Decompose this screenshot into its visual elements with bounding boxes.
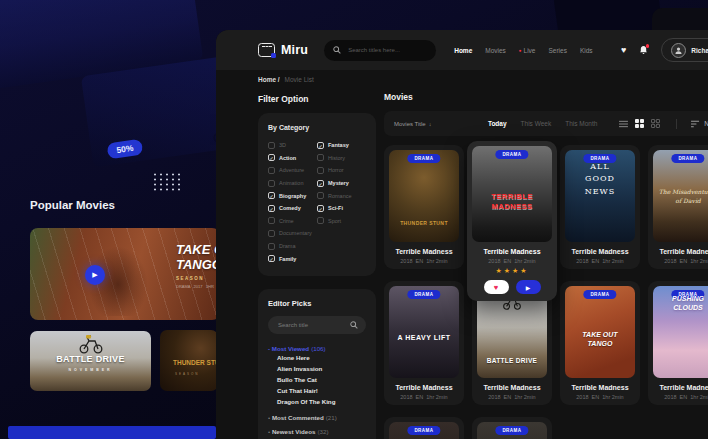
grid-alt-view-icon[interactable]	[651, 119, 660, 128]
thunder-stunt-card[interactable]: THUNDER STUNT SEASON	[160, 330, 218, 391]
period-tab-this-week[interactable]: This Week	[521, 120, 552, 127]
breadcrumb: Home / Movie List	[258, 76, 314, 83]
nav-item-live[interactable]: Live	[519, 47, 536, 54]
category-history[interactable]: History	[317, 152, 366, 165]
movie-card[interactable]: DRAMAA HEAVY LIFTTerrible Madness2018 EN…	[384, 281, 464, 405]
movie-card[interactable]: DRAMAPUSHINGCLOUDSTerrible Madness2018 E…	[648, 281, 708, 405]
dots-decoration	[152, 172, 184, 192]
category-documentary[interactable]: Documentary	[268, 227, 317, 240]
notifications-bell-icon[interactable]	[639, 45, 648, 55]
editor-search-input[interactable]	[276, 321, 350, 329]
movie-card[interactable]: DRAMATAKE OUTTANGOTerrible Madness2018 E…	[560, 281, 640, 405]
checkbox-icon: ✓	[268, 192, 275, 199]
checkbox-icon: ✓	[317, 180, 324, 187]
favorites-heart-icon[interactable]: ♥	[621, 45, 626, 55]
search-input[interactable]	[346, 46, 427, 54]
editor-pick-movie[interactable]: Bullo The Cat	[277, 374, 366, 385]
poster-title: TERRIBLEMADNESS	[472, 192, 552, 212]
movie-card[interactable]: DRAMAThe Misadventuresof DavidTerrible M…	[648, 145, 708, 269]
category-drama[interactable]: Drama	[268, 240, 317, 253]
category-label: Drama	[279, 243, 296, 249]
bottom-blue-strip	[8, 426, 216, 439]
editor-pick-movie[interactable]: Cut That Hair!	[277, 385, 366, 396]
category-label: Animation	[279, 180, 303, 186]
category-3d[interactable]: 3D	[268, 139, 317, 152]
category-romance[interactable]: Romance	[317, 189, 366, 202]
nav-item-kids[interactable]: Kids	[580, 47, 593, 54]
editor-picks-search[interactable]	[268, 316, 366, 334]
navbar-search[interactable]	[324, 40, 436, 61]
category-crime[interactable]: Crime	[268, 215, 317, 228]
banner-text: TAKE OUT TANGO SEASON DRAMA 2017 1HR	[176, 243, 220, 289]
star-rating: ★★★★	[472, 267, 552, 275]
poster-title: PUSHINGCLOUDS	[653, 294, 708, 313]
nav-item-home[interactable]: Home	[454, 47, 472, 54]
movie-card[interactable]: DRAMATHUNDER STUNTTerrible Madness2018 E…	[384, 145, 464, 269]
banner-season: SEASON	[176, 276, 220, 281]
movie-meta: 2018 EN 1hr 2min	[565, 394, 635, 400]
category-animation[interactable]: Animation	[268, 177, 317, 190]
poster-title-line: TERRIBLE	[472, 192, 552, 202]
movie-poster: DRAMATERRIBLEMADNESS	[472, 146, 552, 242]
play-button[interactable]: ▶	[85, 265, 105, 285]
banner-title-line2: TANGO	[176, 258, 220, 273]
favorite-button[interactable]: ♥	[484, 280, 509, 294]
period-tab-today[interactable]: Today	[488, 120, 507, 127]
list-view-icon[interactable]	[619, 120, 628, 128]
pick-count: (106)	[311, 345, 325, 352]
editor-picks-panel: Editor Picks Most Viewed(106)Alone HereA…	[258, 289, 376, 439]
movie-poster: DRAMAThe Misadventuresof David	[653, 150, 708, 242]
genre-badge: DRAMA	[495, 426, 528, 435]
category-sci-fi[interactable]: ✓Sci-Fi	[317, 202, 366, 215]
category-horror[interactable]: Horror	[317, 164, 366, 177]
brand[interactable]: Miru	[258, 43, 308, 57]
editor-picks-title: Editor Picks	[268, 299, 366, 308]
editor-pick-movie[interactable]: Alone Here	[277, 352, 366, 363]
editor-pick-newest-videos[interactable]: Newest Videos(32)	[268, 428, 366, 435]
play-button[interactable]: ▶	[516, 280, 541, 294]
editor-pick-movie[interactable]: Dragon Of The King	[277, 396, 366, 407]
sort-by-title[interactable]: Movies Title	[394, 121, 426, 127]
battle-drive-card[interactable]: BATTLE DRIVE NOVEMBER	[30, 331, 151, 391]
editor-pick-most-commented[interactable]: Most Commented(21)	[268, 414, 366, 421]
genre-badge: DRAMA	[407, 426, 440, 435]
checkbox-icon	[268, 180, 275, 187]
movie-meta: 2018 EN 1hr 2min	[653, 258, 708, 264]
grid-view-icon[interactable]	[635, 119, 644, 128]
user-menu[interactable]: Richard Khan	[661, 38, 708, 62]
editor-pick-most-viewed[interactable]: Most Viewed(106)	[268, 345, 366, 352]
breadcrumb-home[interactable]: Home /	[258, 76, 280, 83]
nav-item-series[interactable]: Series	[549, 47, 567, 54]
category-comedy[interactable]: ✓Comedy	[268, 202, 317, 215]
discount-badge: 50%	[106, 139, 143, 160]
card-actions: ♥▶	[472, 280, 552, 296]
poster-title-line: The Misadventures	[653, 187, 708, 196]
movie-poster: DRAMATAKE OUTTANGO	[565, 286, 635, 378]
movie-card[interactable]: DRAMA	[472, 417, 552, 439]
genre-badge: DRAMA	[671, 154, 704, 163]
category-mystery[interactable]: ✓Mystery	[317, 177, 366, 190]
movie-title: Terrible Madness	[653, 248, 708, 255]
movie-card-cell: DRAMAALLGOODNEWSTerrible Madness2018 EN …	[560, 145, 640, 269]
category-fantasy[interactable]: ✓Fantasy	[317, 139, 366, 152]
movie-card[interactable]: DRAMA	[384, 417, 464, 439]
category-label: Documentary	[279, 230, 312, 236]
newest-sort[interactable]: Newest	[691, 120, 708, 128]
category-label: Sport	[328, 218, 341, 224]
user-name: Richard Khan	[691, 47, 708, 54]
featured-banner-card[interactable]: ▶ TAKE OUT TANGO SEASON DRAMA 2017 1HR	[30, 228, 220, 320]
category-action[interactable]: ✓Action	[268, 152, 317, 165]
category-sport[interactable]: Sport	[317, 215, 366, 228]
editor-pick-movie[interactable]: Alien Invassion	[277, 363, 366, 374]
category-family[interactable]: ✓Family	[268, 252, 317, 265]
category-adventure[interactable]: Adventure	[268, 164, 317, 177]
movie-card-hovered[interactable]: DRAMATERRIBLEMADNESSTerrible Madness2018…	[467, 141, 557, 301]
category-label: History	[328, 155, 345, 161]
category-label: Sci-Fi	[328, 205, 343, 211]
movie-meta: 2018 EN 1hr 2min	[653, 394, 708, 400]
toolbar-divider	[676, 119, 677, 129]
category-biography[interactable]: ✓Biography	[268, 189, 317, 202]
nav-item-movies[interactable]: Movies	[485, 47, 506, 54]
period-tab-this-month[interactable]: This Month	[565, 120, 597, 127]
movie-card[interactable]: DRAMAALLGOODNEWSTerrible Madness2018 EN …	[560, 145, 640, 269]
